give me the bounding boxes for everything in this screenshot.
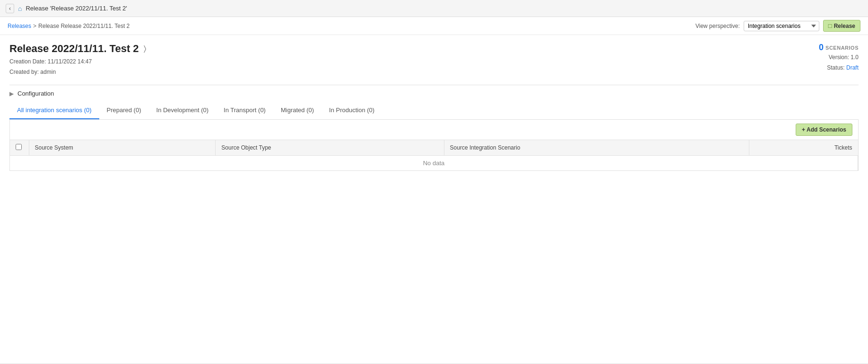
tickets-header: Tickets	[749, 140, 858, 156]
tab-in-transport[interactable]: In Transport (0)	[216, 102, 273, 119]
meta-info: Creation Date: 11/11/2022 14:47 Created …	[9, 57, 147, 77]
scenarios-table: Source System Source Object Type Source …	[10, 140, 858, 170]
breadcrumb: Releases > Release Release 2022/11/11. T…	[8, 23, 130, 29]
release-button-label: Release	[834, 23, 855, 29]
view-perspective-container: View perspective: Integration scenarios …	[695, 20, 860, 32]
top-bar: ‹ ⌂ Release 'Release 2022/11/11. Test 2'	[0, 0, 868, 17]
tab-in-production[interactable]: In Production (0)	[321, 102, 382, 119]
breadcrumb-separator: >	[33, 23, 36, 29]
select-all-checkbox[interactable]	[16, 144, 22, 150]
select-all-header	[10, 140, 29, 156]
created-by: Created by: admin	[9, 67, 147, 78]
tab-prepared[interactable]: Prepared (0)	[99, 102, 149, 119]
top-bar-title: Release 'Release 2022/11/11. Test 2'	[26, 5, 127, 12]
chevron-right-icon: ▶	[9, 90, 14, 97]
release-title: Release 2022/11/11. Test 2	[9, 43, 139, 55]
tab-all-integration-scenarios[interactable]: All integration scenarios (0)	[9, 102, 99, 119]
back-button[interactable]: ‹	[6, 4, 14, 13]
scenarios-label: SCENARIOS	[825, 45, 859, 51]
main-content: Release 2022/11/11. Test 2 〉 Creation Da…	[0, 35, 868, 80]
status-value: Draft	[846, 64, 859, 71]
release-icon: □	[828, 22, 832, 29]
release-title-row: Release 2022/11/11. Test 2 〉	[9, 43, 147, 55]
configuration-section[interactable]: ▶ Configuration	[9, 85, 859, 102]
breadcrumb-bar: Releases > Release Release 2022/11/11. T…	[0, 17, 868, 35]
add-scenarios-label: + Add Scenarios	[802, 126, 846, 133]
no-data-cell: No data	[10, 156, 858, 171]
release-header: Release 2022/11/11. Test 2 〉 Creation Da…	[9, 43, 859, 77]
scenarios-number: 0	[819, 43, 824, 53]
scenarios-count: 0 SCENARIOS	[819, 43, 859, 53]
add-scenarios-bar: + Add Scenarios	[10, 120, 858, 140]
view-perspective-select[interactable]: Integration scenarios Business scenarios…	[744, 21, 819, 31]
status-text: Status: Draft	[819, 63, 859, 73]
version-text: Version: 1.0	[819, 53, 859, 63]
tab-migrated[interactable]: Migrated (0)	[273, 102, 321, 119]
chevron-down-button[interactable]: 〉	[143, 44, 147, 54]
breadcrumb-current: Release Release 2022/11/11. Test 2	[38, 23, 130, 29]
configuration-label: Configuration	[17, 90, 54, 97]
no-data-row: No data	[10, 156, 858, 171]
view-perspective-label: View perspective:	[695, 23, 740, 29]
add-scenarios-button[interactable]: + Add Scenarios	[796, 124, 852, 136]
tabs-bar: All integration scenarios (0) Prepared (…	[9, 102, 859, 120]
creation-date: Creation Date: 11/11/2022 14:47	[9, 57, 147, 67]
version-status: Version: 1.0 Status: Draft	[819, 53, 859, 73]
table-area: + Add Scenarios Source System Source Obj…	[9, 120, 859, 171]
release-button[interactable]: □ Release	[823, 20, 860, 32]
source-integration-scenario-header: Source Integration Scenario	[444, 140, 749, 156]
source-system-header: Source System	[29, 140, 216, 156]
breadcrumb-releases-link[interactable]: Releases	[8, 23, 31, 29]
home-icon: ⌂	[18, 5, 22, 12]
source-object-type-header: Source Object Type	[216, 140, 444, 156]
tab-in-development[interactable]: In Development (0)	[149, 102, 217, 119]
